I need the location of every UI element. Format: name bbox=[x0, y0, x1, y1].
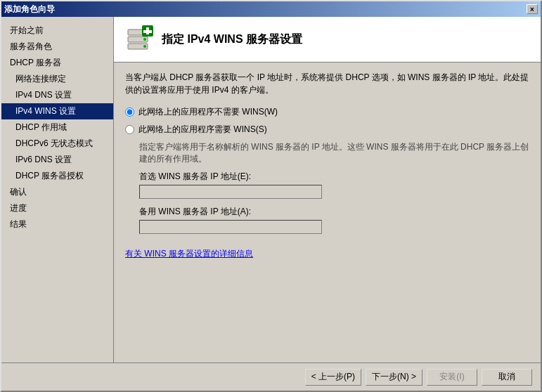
sidebar-item-ipv4-wins[interactable]: IPv4 WINS 设置 bbox=[1, 103, 113, 119]
sidebar-item-server-role[interactable]: 服务器角色 bbox=[1, 39, 113, 55]
help-link[interactable]: 有关 WINS 服务器设置的详细信息 bbox=[125, 249, 253, 259]
sidebar-item-dhcp-scope[interactable]: DHCP 作用域 bbox=[1, 119, 113, 136]
footer: < 上一步(P) 下一步(N) > 安装(I) 取消 bbox=[1, 362, 541, 391]
sidebar-item-dhcp[interactable]: DHCP 服务器 bbox=[1, 55, 113, 71]
primary-wins-input[interactable] bbox=[139, 185, 322, 199]
secondary-wins-label: 备用 WINS 服务器 IP 地址(A): bbox=[139, 206, 529, 218]
primary-wins-label: 首选 WINS 服务器 IP 地址(E): bbox=[139, 171, 529, 183]
sidebar-item-progress[interactable]: 进度 bbox=[1, 200, 113, 216]
sidebar-item-network-bind[interactable]: 网络连接绑定 bbox=[1, 71, 113, 87]
svg-rect-8 bbox=[143, 30, 152, 33]
page-title: 指定 IPv4 WINS 服务器设置 bbox=[162, 32, 302, 47]
sidebar-item-confirm[interactable]: 确认 bbox=[1, 184, 113, 200]
sidebar: 开始之前 服务器角色 DHCP 服务器 网络连接绑定 IPv4 DNS 设置 I… bbox=[1, 17, 114, 362]
next-button[interactable]: 下一步(N) > bbox=[366, 369, 422, 386]
secondary-wins-input[interactable] bbox=[139, 220, 322, 234]
sidebar-item-ipv4-dns[interactable]: IPv4 DNS 设置 bbox=[1, 87, 113, 103]
primary-wins-group: 首选 WINS 服务器 IP 地址(E): bbox=[139, 171, 529, 199]
radio-option-1: 此网络上的应用程序不需要 WINS(W) bbox=[125, 106, 529, 118]
radio2-sub-description: 指定客户端将用于名称解析的 WINS 服务器的 IP 地址。这些 WINS 服务… bbox=[139, 141, 529, 165]
secondary-wins-group: 备用 WINS 服务器 IP 地址(A): bbox=[139, 206, 529, 234]
main-window: 添加角色向导 × 开始之前 服务器角色 DHCP 服务器 网络连接绑定 IPv4… bbox=[0, 0, 542, 392]
radio-use-wins[interactable] bbox=[125, 125, 134, 134]
radio-group: 此网络上的应用程序不需要 WINS(W) 此网络上的应用程序需要 WINS(S)… bbox=[125, 106, 529, 234]
svg-point-4 bbox=[143, 38, 146, 41]
radio-option-2: 此网络上的应用程序需要 WINS(S) bbox=[125, 124, 529, 136]
radio-no-wins[interactable] bbox=[125, 107, 134, 117]
sidebar-item-ipv6-dns[interactable]: IPv6 DNS 设置 bbox=[1, 152, 113, 168]
header-section: 指定 IPv4 WINS 服务器设置 bbox=[114, 17, 541, 63]
sidebar-item-dhcpv6[interactable]: DHCPv6 无状态模式 bbox=[1, 136, 113, 152]
cancel-button[interactable]: 取消 bbox=[482, 369, 532, 386]
window-title: 添加角色向导 bbox=[4, 4, 55, 15]
install-button[interactable]: 安装(I) bbox=[427, 369, 477, 386]
header-icon bbox=[125, 25, 153, 53]
main-panel: 指定 IPv4 WINS 服务器设置 当客户端从 DHCP 服务器获取一个 IP… bbox=[114, 17, 541, 362]
close-button[interactable]: × bbox=[527, 4, 538, 14]
link-section: 有关 WINS 服务器设置的详细信息 bbox=[125, 248, 529, 260]
sidebar-item-start[interactable]: 开始之前 bbox=[1, 22, 113, 39]
content-area: 开始之前 服务器角色 DHCP 服务器 网络连接绑定 IPv4 DNS 设置 I… bbox=[1, 17, 541, 362]
sidebar-item-dhcp-auth[interactable]: DHCP 服务器授权 bbox=[1, 168, 113, 184]
title-bar-left: 添加角色向导 bbox=[4, 4, 55, 15]
title-bar: 添加角色向导 × bbox=[1, 1, 541, 17]
radio-no-wins-label[interactable]: 此网络上的应用程序不需要 WINS(W) bbox=[138, 106, 278, 118]
sidebar-item-result[interactable]: 结果 bbox=[1, 216, 113, 233]
back-button[interactable]: < 上一步(P) bbox=[305, 369, 361, 386]
main-content: 当客户端从 DHCP 服务器获取一个 IP 地址时，系统将提供 DHCP 选项，… bbox=[114, 63, 541, 362]
radio-use-wins-label[interactable]: 此网络上的应用程序需要 WINS(S) bbox=[138, 124, 267, 136]
description-text: 当客户端从 DHCP 服务器获取一个 IP 地址时，系统将提供 DHCP 选项，… bbox=[125, 71, 529, 96]
svg-point-5 bbox=[143, 45, 146, 48]
